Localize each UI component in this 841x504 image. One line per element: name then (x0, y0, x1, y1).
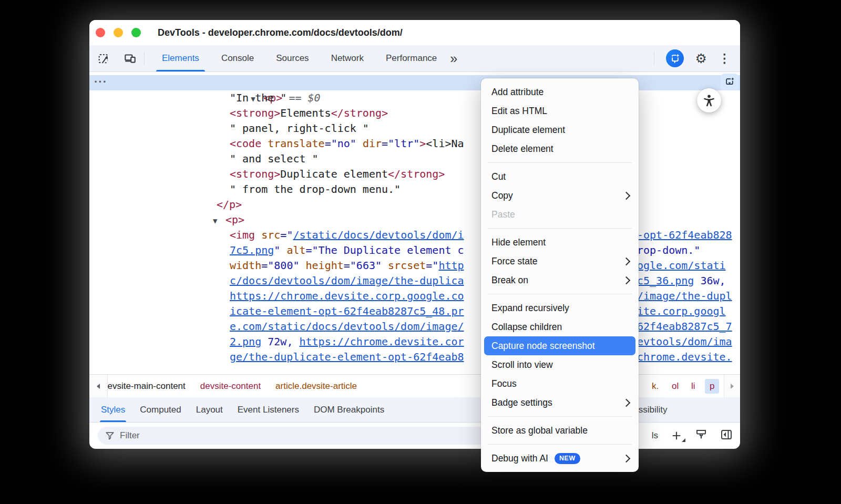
tab-event-listeners[interactable]: Event Listeners (230, 397, 306, 422)
tab-sources[interactable]: Sources (265, 45, 320, 71)
code-link[interactable]: 62f4eab8287c5_7 (637, 320, 732, 333)
menu-item-edit-as-html[interactable]: Edit as HTML (481, 101, 639, 120)
dom-tree-row-right-fragment: /image/the-dupl (637, 289, 732, 304)
more-tabs-icon[interactable]: » (450, 46, 457, 70)
breadcrumb-scroll-right-button[interactable] (724, 375, 740, 397)
settings-gear-icon[interactable]: ⚙ (695, 52, 707, 65)
new-style-rule-button[interactable] (671, 430, 682, 441)
dom-tree-row[interactable]: e.com/static/docs/devtools/dom/image/62f… (89, 319, 740, 334)
breadcrumb-item-devsite-content[interactable]: devsite-content (200, 381, 261, 392)
tab-elements[interactable]: Elements (151, 45, 210, 71)
tab-dom-breakpoints[interactable]: DOM Breakpoints (306, 397, 392, 422)
code-link[interactable]: ogle.com/stati (637, 259, 726, 272)
menu-item-label: Add attribute (491, 87, 543, 98)
breadcrumb-item-ol[interactable]: ol (672, 381, 679, 392)
menu-item-cut[interactable]: Cut (481, 167, 639, 186)
dom-tree-row[interactable]: 2.png 72w, https://chrome.devsite.corevt… (89, 334, 740, 349)
minimize-window-button[interactable] (114, 28, 123, 37)
tab-performance[interactable]: Performance (375, 45, 448, 71)
breadcrumb-scroll-left-button[interactable] (89, 375, 108, 397)
dom-tree-row[interactable]: ▼<p> (89, 212, 740, 228)
menu-item-force-state[interactable]: Force state (481, 252, 639, 271)
capture-screenshot-floating-button[interactable] (721, 74, 739, 90)
kebab-menu-icon[interactable]: ⋮ (719, 53, 731, 65)
menu-item-collapse-children[interactable]: Collapse children (481, 317, 639, 336)
tab-computed[interactable]: Computed (132, 397, 188, 422)
menu-item-debug-with-ai[interactable]: Debug with AINEW (481, 449, 639, 468)
breadcrumb-item-article-devsite-article[interactable]: article.devsite-article (275, 381, 357, 392)
inspect-element-icon[interactable] (97, 49, 112, 67)
dom-tree-row[interactable]: icate-element-opt-62f4eab8287c5_48.prite… (89, 304, 740, 319)
tab-styles[interactable]: Styles (94, 397, 132, 422)
tab-layout[interactable]: Layout (189, 397, 230, 422)
device-toolbar-icon[interactable] (122, 49, 138, 67)
dom-tree-row[interactable]: </p> (89, 197, 740, 212)
code-link[interactable]: 7c5.png (230, 244, 274, 256)
code-link[interactable]: e.com/static/docs/devtools/dom/image/ (230, 320, 464, 333)
breadcrumb-item-devsite-main-content[interactable]: devsite-main-content (102, 381, 186, 392)
menu-item-store-as-global-variable[interactable]: Store as global variable (481, 421, 639, 440)
code-link[interactable]: http (438, 259, 464, 272)
dom-tree-row[interactable]: ge/the-duplicate-element-opt-62f4eab8chr… (89, 349, 740, 365)
menu-item-focus[interactable]: Focus (481, 374, 639, 393)
menu-item-copy[interactable]: Copy (481, 186, 639, 205)
menu-item-add-attribute[interactable]: Add attribute (481, 83, 639, 101)
menu-item-label: Paste (491, 209, 515, 220)
dom-tree-row[interactable]: " panel, right-click " (89, 121, 740, 136)
accessibility-person-button[interactable] (697, 88, 721, 112)
dom-tree-row[interactable]: <strong>Duplicate element</strong> (89, 167, 740, 182)
menu-separator (488, 444, 632, 445)
dom-tree-row[interactable]: <strong>Elements</strong> (89, 106, 740, 121)
tab-console[interactable]: Console (210, 45, 265, 71)
code-link[interactable]: /image/the-dupl (637, 290, 732, 302)
menu-item-expand-recursively[interactable]: Expand recursively (481, 299, 639, 317)
code-segment: 72w, (261, 335, 299, 348)
menu-item-delete-element[interactable]: Delete element (481, 139, 639, 158)
code-segment: 36w, (694, 274, 725, 287)
code-link[interactable]: https://chrome.devsite.cor (299, 335, 464, 348)
code-link[interactable]: c/docs/devtools/dom/image/the-duplica (230, 274, 464, 287)
ai-assistant-icon[interactable] (666, 49, 684, 67)
code-link[interactable]: c5_36.png (637, 274, 694, 287)
menu-item-duplicate-element[interactable]: Duplicate element (481, 120, 639, 139)
menu-item-scroll-into-view[interactable]: Scroll into view (481, 355, 639, 374)
menu-item-capture-node-screenshot[interactable]: Capture node screenshot (484, 336, 635, 355)
cls-button-fragment[interactable]: ls (652, 430, 658, 441)
breadcrumb-item-k[interactable]: k. (652, 381, 659, 392)
code-link[interactable]: chrome.devsite. (637, 351, 732, 363)
panel-tab-strip: ElementsConsoleSourcesNetworkPerformance (151, 45, 448, 71)
code-link[interactable]: evtools/dom/ima (637, 335, 732, 348)
code-link[interactable]: ge/the-duplicate-element-opt-62f4eab8 (230, 351, 464, 363)
menu-item-hide-element[interactable]: Hide element (481, 233, 639, 252)
dom-tree-row[interactable]: 7c5.png" alt="The Duplicate element crop… (89, 243, 740, 258)
tab-network[interactable]: Network (320, 45, 375, 71)
dom-tree-row[interactable]: <code translate="no" dir="ltr"><li>Na (89, 136, 740, 151)
code-link[interactable]: 2.png (230, 335, 261, 348)
devtools-window: DevTools - developer.chrome.com/docs/dev… (89, 20, 740, 444)
selected-dom-node-row[interactable]: ···▼<p> == $0 (89, 75, 740, 90)
breadcrumb-item-li[interactable]: li (691, 381, 695, 392)
code-link[interactable]: ite.corp.googl (637, 305, 726, 317)
dom-tree-row[interactable]: https://chrome.devsite.corp.google.co/im… (89, 289, 740, 304)
breadcrumb-item-p[interactable]: p (705, 379, 719, 394)
menu-item-break-on[interactable]: Break on (481, 271, 639, 290)
code-segment: Duplicate element (280, 168, 388, 180)
code-link[interactable]: -opt-62f4eab828 (637, 229, 732, 241)
code-link[interactable]: icate-element-opt-62f4eab8287c5_48.pr (230, 305, 464, 317)
dom-tree-row[interactable]: c/docs/devtools/dom/image/the-duplicac5_… (89, 273, 740, 289)
code-segment: width (230, 259, 261, 272)
code-link[interactable]: https://chrome.devsite.corp.google.co (230, 290, 464, 302)
dom-tree-row[interactable]: " and select " (89, 151, 740, 167)
dom-tree-row[interactable]: width="800" height="663" srcset="httpogl… (89, 258, 740, 273)
menu-item-badge-settings[interactable]: Badge settings (481, 393, 639, 412)
zoom-window-button[interactable] (131, 28, 141, 37)
toggle-sidebar-icon[interactable] (720, 428, 733, 443)
rendering-brush-icon[interactable] (695, 428, 707, 443)
dom-tree-row[interactable]: "In the " (89, 90, 740, 106)
code-link[interactable]: /static/docs/devtools/dom/i (293, 229, 464, 241)
dom-tree-row[interactable]: <img src="/static/docs/devtools/dom/i-op… (89, 228, 740, 243)
dom-tree-row[interactable]: " from the drop-down menu." (89, 182, 740, 197)
close-window-button[interactable] (96, 28, 105, 37)
menu-item-label: Store as global variable (491, 425, 588, 436)
menu-item-paste[interactable]: Paste (481, 205, 639, 224)
